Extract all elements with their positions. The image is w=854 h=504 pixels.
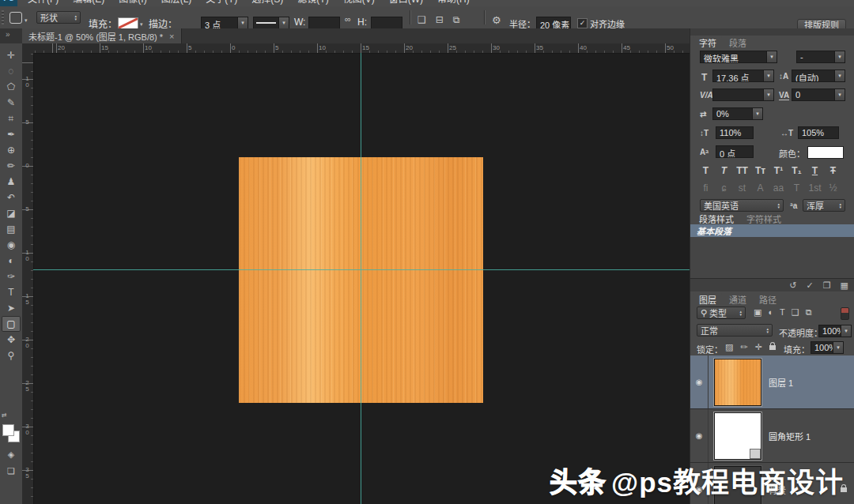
move-tool-icon[interactable]: ✛	[2, 47, 21, 63]
marquee-tool-icon[interactable]: ◌	[2, 63, 21, 79]
dropdown-icon[interactable]: ▾	[834, 51, 845, 62]
leading-select[interactable]: (自动) ▾	[792, 70, 845, 82]
healing-brush-tool-icon[interactable]: ⊕	[2, 142, 21, 158]
font-style-select[interactable]: - ▾	[796, 51, 845, 63]
blend-mode-select[interactable]: 正常 ▴▾	[697, 324, 773, 337]
dropdown-icon[interactable]: ▾	[763, 89, 773, 100]
menu-item[interactable]: 窗口(W)	[382, 0, 430, 6]
visibility-eye-icon[interactable]: ◉	[690, 409, 709, 462]
format-button[interactable]: T¹	[771, 164, 786, 177]
menu-item[interactable]: 图像(I)	[111, 0, 153, 6]
menu-item[interactable]: 选择(S)	[244, 0, 290, 6]
format-button[interactable]: T	[716, 164, 731, 177]
dropdown-icon[interactable]: ▾	[834, 89, 845, 100]
default-swap-colors-icon[interactable]: ⇄	[2, 412, 7, 419]
tracking-select[interactable]: 0 ▾	[792, 88, 845, 101]
tab-character[interactable]: 字符	[693, 36, 722, 50]
format-button[interactable]: Tᴛ	[753, 164, 768, 177]
vertical-ruler[interactable]: 10505101520253035	[22, 53, 34, 504]
menu-item[interactable]: 帮助(H)	[430, 0, 477, 6]
path-operations-icon[interactable]: ❑	[418, 14, 426, 25]
stroke-style-select[interactable]: ▾	[253, 17, 289, 29]
pen-tool-icon[interactable]: ✑	[2, 269, 21, 284]
options-bar-grip[interactable]	[2, 10, 4, 24]
baseline-shift-input[interactable]: 0 点	[716, 145, 754, 158]
vertical-scale-input[interactable]: 110%	[716, 126, 754, 139]
history-brush-tool-icon[interactable]: ↶	[2, 190, 21, 205]
menu-item[interactable]: 滤镜(T)	[290, 0, 335, 6]
dropdown-icon[interactable]: ▾	[763, 70, 773, 81]
layer-row[interactable]: ◉圆角矩形 1	[690, 409, 854, 463]
visibility-eye-icon[interactable]: ◉	[690, 355, 709, 408]
lock-position-icon[interactable]: ✛	[755, 342, 762, 352]
stroke-width-select[interactable]: 3 点 ▾	[201, 17, 248, 29]
lasso-tool-icon[interactable]: ⬠	[2, 79, 21, 95]
font-size-select[interactable]: 17.36 点 ▾	[712, 70, 774, 82]
close-tab-icon[interactable]: ×	[169, 32, 174, 41]
gear-icon[interactable]: ⚙	[492, 14, 501, 26]
font-family-select[interactable]: 微软雅黑 ▾	[700, 51, 777, 63]
blur-tool-icon[interactable]: ◉	[2, 237, 21, 253]
opacity-input[interactable]: 100% ▾	[818, 325, 852, 337]
layer-row[interactable]: ◉图层 1	[690, 355, 854, 409]
dropdown-icon[interactable]: ▾	[237, 17, 248, 28]
vertical-guide[interactable]	[361, 53, 361, 504]
layer-thumbnail[interactable]	[714, 412, 761, 460]
horizontal-scale-input[interactable]: 105%	[798, 126, 839, 139]
menu-item[interactable]: 文件(F)	[21, 0, 66, 6]
width-input[interactable]	[308, 17, 340, 29]
link-dimensions-icon[interactable]: ∞	[345, 14, 351, 24]
kerning-select[interactable]: ▾	[712, 88, 774, 101]
undo-icon[interactable]: ↺	[789, 280, 796, 291]
tab-layers[interactable]: 图层	[693, 292, 722, 307]
shape-tool-icon[interactable]: ▢	[2, 316, 21, 332]
opentype-button[interactable]: fi	[698, 182, 713, 194]
format-button[interactable]: T	[698, 164, 713, 177]
fill-caret-icon[interactable]: ▾	[140, 21, 143, 28]
dodge-tool-icon[interactable]: ◐	[2, 253, 21, 269]
opentype-button[interactable]: st	[735, 182, 750, 194]
gradient-tool-icon[interactable]: ▤	[2, 221, 21, 237]
quick-mask-icon[interactable]: ◈	[0, 449, 22, 460]
dropdown-icon[interactable]: ▾	[752, 108, 762, 119]
adjustment-filter-icon[interactable]: ◐	[768, 307, 773, 318]
toolbar-collapse-icon[interactable]: »	[6, 30, 10, 39]
hand-tool-icon[interactable]: ✥	[2, 332, 21, 348]
opentype-button[interactable]: ½	[826, 182, 841, 194]
fill-swatch[interactable]	[118, 17, 138, 29]
fill-amount-input[interactable]: 100% ▾	[811, 341, 844, 354]
quick-selection-tool-icon[interactable]: ✎	[2, 95, 21, 111]
document-tab[interactable]: 未标题-1 @ 50% (图层 1, RGB/8) * ×	[22, 28, 182, 43]
crop-tool-icon[interactable]: ⌗	[2, 111, 21, 126]
tool-preset-caret-icon[interactable]: ▾	[25, 17, 28, 24]
screen-mode-icon[interactable]: ❏	[0, 466, 22, 476]
delete-icon[interactable]: ▦	[841, 280, 848, 291]
menu-item[interactable]: 文字(Y)	[198, 0, 244, 6]
opentype-button[interactable]: 1st	[807, 182, 822, 194]
type-filter-icon[interactable]: T	[780, 307, 785, 318]
format-button[interactable]: Ŧ	[826, 164, 841, 177]
lock-all-icon[interactable]	[769, 345, 776, 350]
new-style-icon[interactable]: ❐	[823, 280, 831, 291]
path-alignment-icon[interactable]: ⊟	[436, 14, 444, 25]
lock-paint-icon[interactable]: ✏	[740, 342, 747, 352]
tab-paths[interactable]: 路径	[754, 292, 782, 307]
dropdown-icon[interactable]: ▾	[834, 70, 845, 81]
language-select[interactable]: 美国英语 ▴▾	[700, 199, 784, 212]
opentype-button[interactable]: T	[789, 182, 804, 194]
brush-tool-icon[interactable]: ✏	[2, 158, 21, 174]
eyedropper-tool-icon[interactable]: ✒	[2, 126, 21, 142]
opentype-button[interactable]: aa	[771, 182, 786, 194]
foreground-color-swatch[interactable]	[2, 424, 14, 436]
basic-paragraph-row[interactable]: 基本段落	[690, 224, 854, 237]
proportional-spacing-select[interactable]: 0% ▾	[712, 107, 763, 120]
commit-icon[interactable]: ✓	[807, 280, 814, 291]
tab-channels[interactable]: 通道	[724, 292, 752, 307]
tool-mode-select[interactable]: 形状 ▴▾	[36, 11, 81, 24]
canvas-area[interactable]: 201510505101520253035404550 105051015202…	[22, 43, 690, 504]
horizontal-ruler[interactable]: 201510505101520253035404550	[33, 43, 690, 54]
radius-input[interactable]: 20 像素	[536, 17, 571, 29]
lock-transparency-icon[interactable]: ▨	[725, 342, 733, 352]
layer-filter-select[interactable]: ⚲ 类型 ▴▾	[697, 307, 746, 319]
layer-thumbnail[interactable]	[714, 359, 761, 406]
